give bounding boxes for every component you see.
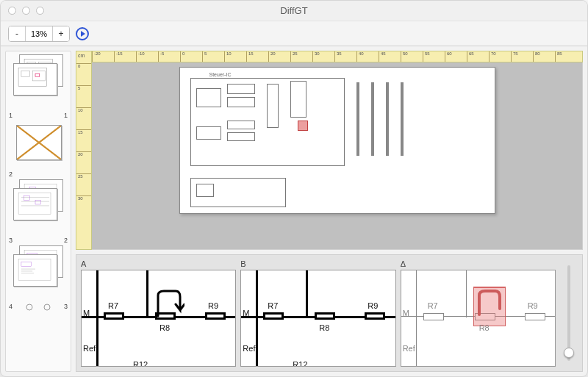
svg-rect-6 (21, 71, 29, 77)
ruler-tick: 75 (511, 51, 533, 62)
page-num-right: 2 (64, 237, 68, 244)
window-controls (8, 7, 44, 15)
svg-rect-20 (35, 200, 41, 204)
ruler-tick: 20 (268, 51, 290, 62)
ruler-tick: 45 (379, 51, 401, 62)
detail-panel-a: A M R7 R8 R9 Ref (81, 259, 236, 367)
page-num-left: 3 (9, 237, 12, 244)
svg-rect-27 (21, 262, 31, 267)
page-num-left: 1 (9, 112, 12, 119)
ruler-tick: 55 (423, 51, 445, 62)
play-icon (76, 27, 89, 40)
detail-view-b[interactable]: M R7 R8 R9 Ref R12 (240, 270, 395, 367)
svg-point-32 (44, 304, 50, 310)
ruler-tick: 70 (489, 51, 511, 62)
vertical-ruler: cm 051015202530 (76, 51, 92, 250)
ruler-tick: -10 (136, 51, 158, 62)
link-icon (24, 303, 53, 312)
ruler-tick: 50 (401, 51, 423, 62)
detail-panel-delta: Δ M R7 R8 R (401, 259, 556, 367)
ruler-tick: 10 (76, 107, 91, 112)
detail-slider-col (560, 259, 578, 367)
hook-diff-icon (476, 290, 504, 316)
detail-label: A (81, 259, 236, 270)
minimize-icon[interactable] (22, 7, 30, 15)
svg-point-31 (26, 304, 32, 310)
thumb-front (13, 188, 57, 220)
detail-zoom-slider[interactable] (567, 265, 570, 361)
app-window: DiffGT - 13% + 1 (0, 0, 588, 377)
thumb-front (13, 254, 57, 287)
close-icon[interactable] (8, 7, 16, 15)
svg-rect-19 (24, 196, 30, 201)
ruler-tick: 85 (555, 51, 577, 62)
detail-view-delta[interactable]: M R7 R8 R9 Ref (401, 270, 556, 367)
ruler-tick: 65 (467, 51, 489, 62)
thumb-pair[interactable]: 4 3 (9, 245, 68, 310)
page-num-right: 3 (64, 303, 68, 310)
hook-icon (155, 290, 184, 317)
thumb-pair[interactable]: 3 2 (9, 179, 68, 244)
canvas[interactable]: Steuer-IC (92, 62, 583, 250)
ruler-tick: -5 (158, 51, 180, 62)
ruler-tick: 5 (76, 85, 91, 90)
thumb-front (13, 63, 57, 96)
window-title: DiffGT (1, 5, 587, 16)
main-column: cm 051015202530 -20-15-10-50510152025303… (76, 51, 583, 372)
svg-rect-26 (18, 259, 51, 281)
toolbar: - 13% + (1, 21, 587, 46)
zoom-icon[interactable] (36, 7, 44, 15)
play-button[interactable] (74, 26, 90, 42)
zoom-out-button[interactable]: - (9, 26, 25, 41)
workarea: 1 1 2 3 2 (1, 46, 587, 376)
page-num-left: 4 (9, 303, 12, 310)
zoom-in-button[interactable]: + (53, 26, 69, 41)
ruler-tick: -15 (114, 51, 136, 62)
thumb-missing (16, 125, 62, 160)
detail-row: A M R7 R8 R9 Ref (76, 254, 583, 372)
svg-rect-8 (35, 73, 40, 76)
detail-label: Δ (401, 259, 556, 270)
ruler-tick: 10 (224, 51, 246, 62)
ruler-unit: cm (78, 53, 85, 58)
ruler-tick: 60 (445, 51, 467, 62)
detail-view-a[interactable]: M R7 R8 R9 Ref R12 (81, 270, 236, 367)
ruler-tick: 25 (290, 51, 312, 62)
ruler-tick: 15 (76, 129, 91, 134)
slider-knob[interactable] (564, 348, 574, 358)
schematic-page: Steuer-IC (179, 67, 495, 214)
svg-rect-7 (32, 71, 45, 81)
ruler-tick: 0 (180, 51, 202, 62)
ruler-tick: -20 (92, 51, 114, 62)
diff-marker (298, 121, 308, 131)
page-num-left: 2 (9, 170, 12, 178)
page-num-right: 1 (64, 112, 68, 119)
ruler-tick: 40 (356, 51, 379, 62)
ruler-tick: 5 (202, 51, 224, 62)
canvas-area: cm 051015202530 -20-15-10-50510152025303… (76, 51, 583, 250)
ruler-tick: 35 (334, 51, 356, 62)
thumb-pair[interactable]: 1 1 (9, 54, 68, 119)
ruler-tick: 15 (246, 51, 268, 62)
ruler-tick: 20 (76, 151, 91, 157)
svg-rect-15 (18, 193, 51, 215)
thumb-pair[interactable]: 2 (9, 121, 68, 178)
ruler-tick: 30 (76, 195, 91, 201)
horizontal-ruler: -20-15-10-505101520253035404550556065707… (92, 51, 583, 62)
zoom-stepper: - 13% + (8, 26, 70, 42)
detail-label: B (240, 259, 395, 270)
zoom-value: 13% (25, 26, 53, 41)
block-title: Steuer-IC (209, 72, 232, 77)
page-thumbnails: 1 1 2 3 2 (5, 51, 71, 372)
ruler-tick: 80 (533, 51, 555, 62)
ruler-tick: 0 (76, 63, 91, 68)
detail-panel-b: B M R7 R8 R9 Ref R12 (240, 259, 395, 367)
ruler-tick: 30 (312, 51, 334, 62)
titlebar: DiffGT (1, 1, 587, 21)
ruler-tick: 25 (76, 173, 91, 179)
